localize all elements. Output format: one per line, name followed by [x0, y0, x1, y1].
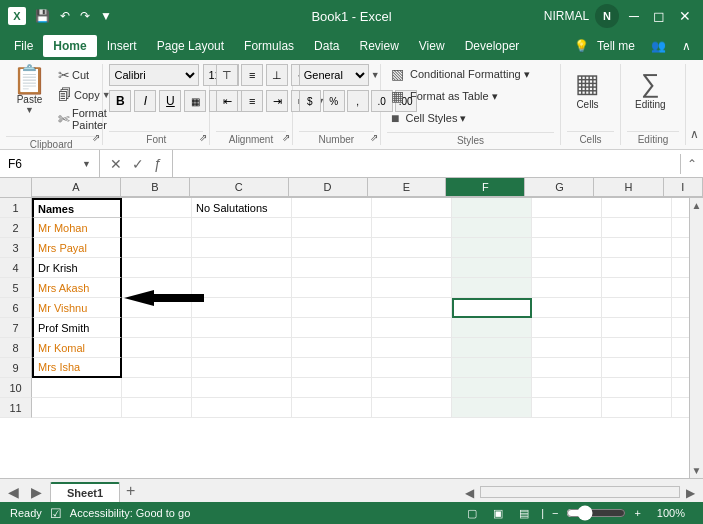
cell-d7[interactable]: [292, 318, 372, 338]
cell-f10[interactable]: [452, 378, 532, 398]
cell-f5[interactable]: [452, 278, 532, 298]
align-bottom-button[interactable]: ⊥: [266, 64, 288, 86]
cell-a10[interactable]: [32, 378, 122, 398]
align-left-button[interactable]: ⇤: [216, 90, 238, 112]
font-family-select[interactable]: Calibri: [109, 64, 199, 86]
cell-b7[interactable]: [122, 318, 192, 338]
formula-input[interactable]: [173, 150, 680, 177]
cell-e8[interactable]: [372, 338, 452, 358]
col-header-f[interactable]: F: [446, 178, 525, 197]
cell-d1[interactable]: [292, 198, 372, 218]
cell-a11[interactable]: [32, 398, 122, 418]
cell-c1[interactable]: No Salutations: [192, 198, 292, 218]
border-button[interactable]: ▦: [184, 90, 206, 112]
cell-b10[interactable]: [122, 378, 192, 398]
cell-d11[interactable]: [292, 398, 372, 418]
cell-e11[interactable]: [372, 398, 452, 418]
row-num-9[interactable]: 9: [0, 358, 32, 378]
cell-h7[interactable]: [602, 318, 672, 338]
cell-f4[interactable]: [452, 258, 532, 278]
font-expand-icon[interactable]: ⇗: [199, 132, 207, 143]
cell-e5[interactable]: [372, 278, 452, 298]
menu-data[interactable]: Data: [304, 35, 349, 57]
cell-f3[interactable]: [452, 238, 532, 258]
cell-c5[interactable]: [192, 278, 292, 298]
cell-d3[interactable]: [292, 238, 372, 258]
italic-button[interactable]: I: [134, 90, 156, 112]
close-btn[interactable]: ✕: [675, 6, 695, 26]
customize-quick-btn[interactable]: ▼: [97, 7, 115, 25]
cell-e3[interactable]: [372, 238, 452, 258]
page-layout-btn[interactable]: ▣: [489, 505, 507, 522]
cell-e10[interactable]: [372, 378, 452, 398]
cell-f11[interactable]: [452, 398, 532, 418]
cell-f6[interactable]: [452, 298, 532, 318]
cell-b8[interactable]: [122, 338, 192, 358]
clipboard-expand-icon[interactable]: ⇗: [92, 132, 100, 143]
row-num-11[interactable]: 11: [0, 398, 32, 418]
cell-f1[interactable]: [452, 198, 532, 218]
row-num-2[interactable]: 2: [0, 218, 32, 238]
cell-i9[interactable]: [672, 358, 689, 378]
cell-h2[interactable]: [602, 218, 672, 238]
cell-styles-button[interactable]: ■ Cell Styles ▾: [387, 108, 554, 128]
cell-g2[interactable]: [532, 218, 602, 238]
restore-btn[interactable]: ◻: [649, 6, 669, 26]
cell-a6[interactable]: Mr Vishnu: [32, 298, 122, 318]
col-header-d[interactable]: D: [289, 178, 368, 197]
cell-i11[interactable]: [672, 398, 689, 418]
cell-h4[interactable]: [602, 258, 672, 278]
cell-i1[interactable]: [672, 198, 689, 218]
number-expand-icon[interactable]: ⇗: [370, 132, 378, 143]
cell-h9[interactable]: [602, 358, 672, 378]
cell-f9[interactable]: [452, 358, 532, 378]
cell-g6[interactable]: [532, 298, 602, 318]
cell-d5[interactable]: [292, 278, 372, 298]
currency-button[interactable]: $: [299, 90, 321, 112]
cell-g11[interactable]: [532, 398, 602, 418]
formula-confirm-btn[interactable]: ✓: [130, 154, 146, 174]
menu-formulas[interactable]: Formulas: [234, 35, 304, 57]
cell-c9[interactable]: [192, 358, 292, 378]
cell-g10[interactable]: [532, 378, 602, 398]
cell-i10[interactable]: [672, 378, 689, 398]
formula-cancel-btn[interactable]: ✕: [108, 154, 124, 174]
cell-g1[interactable]: [532, 198, 602, 218]
save-quick-btn[interactable]: 💾: [32, 7, 53, 25]
cell-e2[interactable]: [372, 218, 452, 238]
cell-a4[interactable]: Dr Krish: [32, 258, 122, 278]
menu-review[interactable]: Review: [349, 35, 408, 57]
number-format-select[interactable]: General: [299, 64, 369, 86]
cell-e7[interactable]: [372, 318, 452, 338]
cell-c10[interactable]: [192, 378, 292, 398]
horizontal-scrollbar[interactable]: [480, 486, 680, 498]
editing-button[interactable]: ∑ Editing: [627, 64, 674, 114]
cell-c3[interactable]: [192, 238, 292, 258]
cell-h11[interactable]: [602, 398, 672, 418]
cell-h6[interactable]: [602, 298, 672, 318]
cell-g7[interactable]: [532, 318, 602, 338]
scroll-down-btn[interactable]: ▼: [690, 463, 703, 478]
cell-h5[interactable]: [602, 278, 672, 298]
tab-nav-prev[interactable]: ◀: [4, 482, 23, 502]
cell-i2[interactable]: [672, 218, 689, 238]
align-center-button[interactable]: ≡: [241, 90, 263, 112]
cell-a1[interactable]: Names: [32, 198, 122, 218]
share-btn[interactable]: 👥: [643, 35, 674, 57]
alignment-expand-icon[interactable]: ⇗: [282, 132, 290, 143]
cell-a2[interactable]: Mr Mohan: [32, 218, 122, 238]
row-num-8[interactable]: 8: [0, 338, 32, 358]
cell-i6[interactable]: [672, 298, 689, 318]
cell-b9[interactable]: [122, 358, 192, 378]
ribbon-expand-btn[interactable]: ∧: [690, 127, 699, 141]
cell-i7[interactable]: [672, 318, 689, 338]
percent-button[interactable]: %: [323, 90, 345, 112]
paste-button[interactable]: 📋 Paste ▼: [6, 64, 53, 117]
col-header-c[interactable]: C: [190, 178, 289, 197]
format-as-table-button[interactable]: ▦ Format as Table ▾: [387, 86, 554, 106]
cell-c2[interactable]: [192, 218, 292, 238]
h-scroll-left[interactable]: ◀: [461, 484, 478, 502]
cell-d9[interactable]: [292, 358, 372, 378]
row-num-1[interactable]: 1: [0, 198, 32, 218]
add-sheet-btn[interactable]: +: [120, 480, 141, 502]
